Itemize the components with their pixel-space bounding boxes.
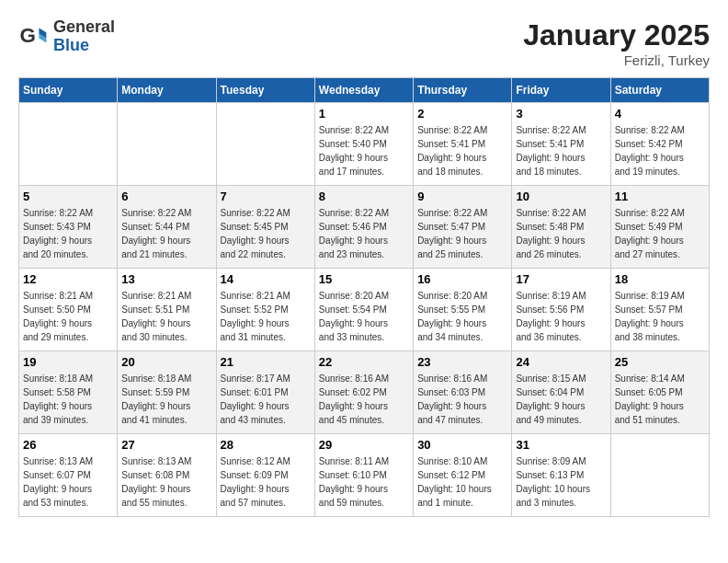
day-info: Sunrise: 8:19 AM Sunset: 5:56 PM Dayligh… xyxy=(516,289,606,344)
day-info: Sunrise: 8:22 AM Sunset: 5:45 PM Dayligh… xyxy=(221,206,311,261)
day-number: 15 xyxy=(319,272,409,286)
day-info: Sunrise: 8:22 AM Sunset: 5:41 PM Dayligh… xyxy=(516,123,606,178)
day-number: 27 xyxy=(121,438,211,452)
day-number: 18 xyxy=(615,272,705,286)
weekday-header-sunday: Sunday xyxy=(19,78,118,103)
day-info: Sunrise: 8:21 AM Sunset: 5:50 PM Dayligh… xyxy=(23,289,113,344)
calendar-day-cell: 14Sunrise: 8:21 AM Sunset: 5:52 PM Dayli… xyxy=(216,269,314,351)
calendar-day-cell: 28Sunrise: 8:12 AM Sunset: 6:09 PM Dayli… xyxy=(216,434,314,517)
empty-cell xyxy=(19,103,118,186)
weekday-header-row: SundayMondayTuesdayWednesdayThursdayFrid… xyxy=(19,78,710,103)
calendar-week-row: 5Sunrise: 8:22 AM Sunset: 5:43 PM Daylig… xyxy=(19,186,710,269)
day-info: Sunrise: 8:13 AM Sunset: 6:07 PM Dayligh… xyxy=(23,454,113,510)
day-number: 11 xyxy=(615,190,705,203)
day-info: Sunrise: 8:12 AM Sunset: 6:09 PM Dayligh… xyxy=(221,454,311,510)
day-number: 23 xyxy=(417,355,507,369)
logo: G General Blue xyxy=(18,18,115,55)
calendar-day-cell: 30Sunrise: 8:10 AM Sunset: 6:12 PM Dayli… xyxy=(414,434,512,517)
day-info: Sunrise: 8:18 AM Sunset: 5:59 PM Dayligh… xyxy=(121,372,211,427)
weekday-header-thursday: Thursday xyxy=(414,78,512,103)
day-number: 14 xyxy=(221,272,311,286)
svg-text:G: G xyxy=(20,24,36,47)
title-block: January 2025 Ferizli, Turkey xyxy=(523,18,710,68)
day-info: Sunrise: 8:22 AM Sunset: 5:44 PM Dayligh… xyxy=(121,206,211,261)
day-info: Sunrise: 8:10 AM Sunset: 6:12 PM Dayligh… xyxy=(417,454,507,510)
day-number: 31 xyxy=(516,438,606,452)
day-number: 25 xyxy=(615,355,705,369)
calendar-day-cell: 4Sunrise: 8:22 AM Sunset: 5:42 PM Daylig… xyxy=(610,103,709,186)
day-number: 10 xyxy=(516,190,606,203)
day-number: 29 xyxy=(319,438,409,452)
day-number: 12 xyxy=(23,272,113,286)
empty-cell xyxy=(118,103,216,186)
day-info: Sunrise: 8:16 AM Sunset: 6:03 PM Dayligh… xyxy=(417,372,507,427)
calendar-day-cell: 22Sunrise: 8:16 AM Sunset: 6:02 PM Dayli… xyxy=(314,351,413,434)
calendar-table: SundayMondayTuesdayWednesdayThursdayFrid… xyxy=(18,77,710,517)
day-number: 1 xyxy=(319,107,409,121)
calendar-week-row: 26Sunrise: 8:13 AM Sunset: 6:07 PM Dayli… xyxy=(19,434,710,517)
day-number: 26 xyxy=(23,438,113,452)
day-number: 2 xyxy=(417,107,507,121)
day-number: 30 xyxy=(417,438,507,452)
month-year-title: January 2025 xyxy=(523,18,710,52)
calendar-week-row: 12Sunrise: 8:21 AM Sunset: 5:50 PM Dayli… xyxy=(19,269,710,351)
day-info: Sunrise: 8:18 AM Sunset: 5:58 PM Dayligh… xyxy=(23,372,113,427)
calendar-day-cell: 9Sunrise: 8:22 AM Sunset: 5:47 PM Daylig… xyxy=(414,186,512,269)
calendar-day-cell: 1Sunrise: 8:22 AM Sunset: 5:40 PM Daylig… xyxy=(314,103,413,186)
calendar-day-cell: 5Sunrise: 8:22 AM Sunset: 5:43 PM Daylig… xyxy=(19,186,118,269)
calendar-day-cell: 7Sunrise: 8:22 AM Sunset: 5:45 PM Daylig… xyxy=(216,186,314,269)
calendar-day-cell: 25Sunrise: 8:14 AM Sunset: 6:05 PM Dayli… xyxy=(610,351,709,434)
day-info: Sunrise: 8:16 AM Sunset: 6:02 PM Dayligh… xyxy=(319,372,409,427)
calendar-day-cell: 15Sunrise: 8:20 AM Sunset: 5:54 PM Dayli… xyxy=(314,269,413,351)
day-info: Sunrise: 8:22 AM Sunset: 5:48 PM Dayligh… xyxy=(516,206,606,261)
day-number: 21 xyxy=(221,355,311,369)
weekday-header-saturday: Saturday xyxy=(610,78,709,103)
calendar-day-cell: 16Sunrise: 8:20 AM Sunset: 5:55 PM Dayli… xyxy=(414,269,512,351)
calendar-day-cell: 18Sunrise: 8:19 AM Sunset: 5:57 PM Dayli… xyxy=(610,269,709,351)
day-number: 13 xyxy=(121,272,211,286)
calendar-day-cell: 11Sunrise: 8:22 AM Sunset: 5:49 PM Dayli… xyxy=(610,186,709,269)
calendar-day-cell: 31Sunrise: 8:09 AM Sunset: 6:13 PM Dayli… xyxy=(512,434,610,517)
logo-icon: G xyxy=(18,22,48,52)
calendar-day-cell: 17Sunrise: 8:19 AM Sunset: 5:56 PM Dayli… xyxy=(512,269,610,351)
day-info: Sunrise: 8:11 AM Sunset: 6:10 PM Dayligh… xyxy=(319,454,409,510)
day-info: Sunrise: 8:09 AM Sunset: 6:13 PM Dayligh… xyxy=(516,454,606,510)
day-info: Sunrise: 8:13 AM Sunset: 6:08 PM Dayligh… xyxy=(121,454,211,510)
calendar-day-cell: 3Sunrise: 8:22 AM Sunset: 5:41 PM Daylig… xyxy=(512,103,610,186)
calendar-day-cell: 20Sunrise: 8:18 AM Sunset: 5:59 PM Dayli… xyxy=(118,351,216,434)
day-number: 22 xyxy=(319,355,409,369)
calendar-day-cell: 8Sunrise: 8:22 AM Sunset: 5:46 PM Daylig… xyxy=(314,186,413,269)
weekday-header-wednesday: Wednesday xyxy=(314,78,413,103)
day-number: 16 xyxy=(417,272,507,286)
logo-blue-text: Blue xyxy=(53,36,89,54)
day-info: Sunrise: 8:22 AM Sunset: 5:49 PM Dayligh… xyxy=(615,206,705,261)
day-info: Sunrise: 8:22 AM Sunset: 5:46 PM Dayligh… xyxy=(319,206,409,261)
day-number: 3 xyxy=(516,107,606,121)
day-info: Sunrise: 8:19 AM Sunset: 5:57 PM Dayligh… xyxy=(615,289,705,344)
location-subtitle: Ferizli, Turkey xyxy=(523,52,710,68)
day-info: Sunrise: 8:22 AM Sunset: 5:40 PM Dayligh… xyxy=(319,123,409,178)
calendar-day-cell: 27Sunrise: 8:13 AM Sunset: 6:08 PM Dayli… xyxy=(118,434,216,517)
empty-cell xyxy=(610,434,709,517)
day-number: 5 xyxy=(23,190,113,203)
calendar-day-cell: 23Sunrise: 8:16 AM Sunset: 6:03 PM Dayli… xyxy=(414,351,512,434)
day-number: 6 xyxy=(121,190,211,203)
calendar-day-cell: 6Sunrise: 8:22 AM Sunset: 5:44 PM Daylig… xyxy=(118,186,216,269)
calendar-day-cell: 21Sunrise: 8:17 AM Sunset: 6:01 PM Dayli… xyxy=(216,351,314,434)
calendar-day-cell: 13Sunrise: 8:21 AM Sunset: 5:51 PM Dayli… xyxy=(118,269,216,351)
calendar-day-cell: 24Sunrise: 8:15 AM Sunset: 6:04 PM Dayli… xyxy=(512,351,610,434)
page-header: G General Blue January 2025 Ferizli, Tur… xyxy=(18,18,710,68)
day-info: Sunrise: 8:20 AM Sunset: 5:54 PM Dayligh… xyxy=(319,289,409,344)
day-info: Sunrise: 8:21 AM Sunset: 5:52 PM Dayligh… xyxy=(221,289,311,344)
calendar-day-cell: 26Sunrise: 8:13 AM Sunset: 6:07 PM Dayli… xyxy=(19,434,118,517)
day-info: Sunrise: 8:14 AM Sunset: 6:05 PM Dayligh… xyxy=(615,372,705,427)
calendar-week-row: 19Sunrise: 8:18 AM Sunset: 5:58 PM Dayli… xyxy=(19,351,710,434)
day-number: 8 xyxy=(319,190,409,203)
weekday-header-friday: Friday xyxy=(512,78,610,103)
day-number: 4 xyxy=(615,107,705,121)
calendar-day-cell: 10Sunrise: 8:22 AM Sunset: 5:48 PM Dayli… xyxy=(512,186,610,269)
day-info: Sunrise: 8:22 AM Sunset: 5:42 PM Dayligh… xyxy=(615,123,705,178)
day-number: 28 xyxy=(221,438,311,452)
day-info: Sunrise: 8:15 AM Sunset: 6:04 PM Dayligh… xyxy=(516,372,606,427)
day-info: Sunrise: 8:22 AM Sunset: 5:43 PM Dayligh… xyxy=(23,206,113,261)
